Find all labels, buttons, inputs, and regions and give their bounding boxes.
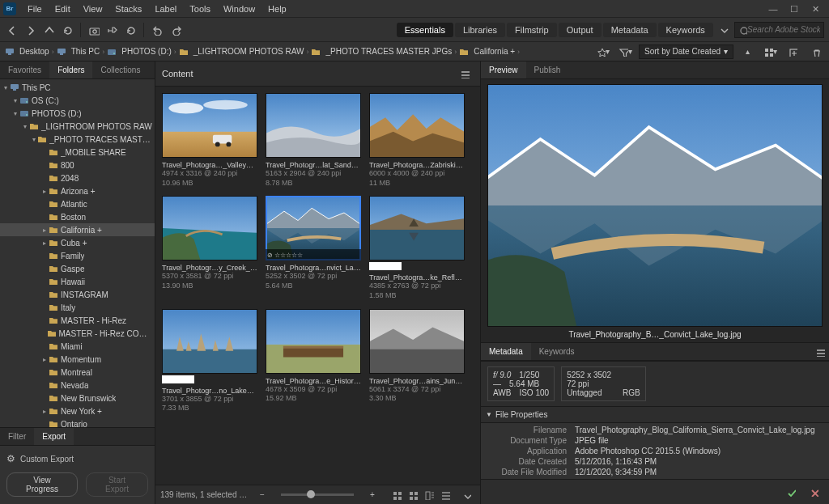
folder-tree-item[interactable]: Gaspe <box>0 262 155 275</box>
menu-tools[interactable]: Tools <box>183 4 217 14</box>
left-tab-collections[interactable]: Collections <box>92 61 148 78</box>
folder-tree-item[interactable]: 2048 <box>0 172 155 184</box>
thumbnail-item[interactable]: Travel_Photogr…no_Lake_Rocks.jpg 3701 x … <box>162 309 257 413</box>
left-tab-favorites[interactable]: Favorites <box>0 61 49 78</box>
folder-tree-item[interactable]: Family <box>0 249 155 262</box>
path-segment[interactable]: PHOTOS (D:) <box>107 47 171 56</box>
folder-tree-item[interactable]: ▾This PC <box>0 81 155 94</box>
workspace-tab-keywords[interactable]: Keywords <box>658 23 713 37</box>
folder-tree-item[interactable]: ▸Arizona + <box>0 184 155 197</box>
thumbnail-item[interactable]: Travel_Photogra…e_Historic_Park.jpg 4678… <box>266 309 361 413</box>
folder-tree-item[interactable]: ▾_PHOTO TRACES MASTER JPGs <box>0 133 155 146</box>
folder-tree-item[interactable]: Ontario <box>0 417 155 427</box>
view-detail-button[interactable] <box>422 489 436 502</box>
get-photos-button[interactable] <box>87 21 101 39</box>
delete-button[interactable] <box>806 43 824 61</box>
path-segment[interactable]: _PHOTO TRACES MASTER JPGs <box>311 47 452 56</box>
nav-forward-button[interactable] <box>23 21 37 39</box>
zoom-out-button[interactable]: − <box>253 486 271 504</box>
thumbnail-item[interactable]: ⊘ ☆☆☆☆☆ Travel_Photogra…nvict_Lake_log.j… <box>266 196 361 300</box>
path-separator[interactable]: › <box>306 48 308 56</box>
workspace-tab-essentials[interactable]: Essentials <box>397 23 453 37</box>
path-segment[interactable]: California + <box>459 47 515 56</box>
preview-image[interactable] <box>487 84 823 327</box>
window-maximize[interactable]: ☐ <box>784 0 805 18</box>
filter-button[interactable]: ▾ <box>616 43 634 61</box>
workspace-more-button[interactable] <box>716 21 731 39</box>
folder-tree-item[interactable]: Montreal <box>0 366 155 379</box>
workspace-tab-filmstrip[interactable]: Filmstrip <box>507 23 557 37</box>
folder-tree-item[interactable]: ▸Momentum <box>0 353 155 366</box>
folder-tree-item[interactable]: Italy <box>0 301 155 314</box>
window-close[interactable]: ✕ <box>805 0 826 18</box>
folder-tree-item[interactable]: 800 <box>0 159 155 172</box>
view-grid-lock-button[interactable] <box>406 489 420 502</box>
path-separator[interactable]: › <box>52 48 54 56</box>
filter-rating-button[interactable]: ▾ <box>593 43 611 61</box>
path-separator[interactable]: › <box>517 48 520 56</box>
path-separator[interactable]: › <box>102 48 104 56</box>
folder-tree-item[interactable]: ▾OS (C:) <box>0 94 155 107</box>
folder-tree[interactable]: ▾This PC▾OS (C:)▾PHOTOS (D:)▾_LIGHTROOM … <box>0 79 155 427</box>
metadata-tab-menu-button[interactable] <box>811 343 829 361</box>
thumbnail-item[interactable]: Travel_Photogr…lat_Sand_Dunes.jpg 5163 x… <box>266 93 361 188</box>
menu-edit[interactable]: Edit <box>49 4 77 14</box>
folder-tree-item[interactable]: ▾PHOTOS (D:) <box>0 107 155 120</box>
menu-help[interactable]: Help <box>261 4 293 14</box>
path-separator[interactable]: › <box>174 48 176 56</box>
folder-tree-item[interactable]: _MOBILE SHARE <box>0 146 155 159</box>
thumbnail-item[interactable]: Travel_Photogra…Zabriskie_Point.jpg 6000… <box>369 93 465 188</box>
rating-bar[interactable]: ⊘ ☆☆☆☆☆ <box>266 249 361 260</box>
thumbnail-item[interactable]: Travel_Photogr…y_Creek_Bridge.jpg 5370 x… <box>162 196 257 300</box>
menu-file[interactable]: File <box>21 4 49 14</box>
workspace-tab-output[interactable]: Output <box>559 23 602 37</box>
filter-export-tab-export[interactable]: Export <box>34 428 74 445</box>
search-stock-field[interactable] <box>734 22 824 38</box>
search-input[interactable] <box>747 25 820 34</box>
left-tab-folders[interactable]: Folders <box>49 61 92 78</box>
folder-tree-item[interactable]: Miami <box>0 340 155 353</box>
thumb-size-slider[interactable] <box>281 493 354 496</box>
folder-tree-item[interactable]: ▸California + <box>0 223 155 236</box>
filter-export-tab-filter[interactable]: Filter <box>0 428 34 445</box>
rotate-cw-button[interactable] <box>168 21 182 39</box>
thumb-options-button[interactable]: ▾ <box>761 43 779 61</box>
preview-tab-publish[interactable]: Publish <box>526 61 569 78</box>
metadata-apply-button[interactable] <box>782 483 800 501</box>
workspace-tab-libraries[interactable]: Libraries <box>455 23 505 37</box>
menu-label[interactable]: Label <box>148 4 183 14</box>
metadata-tab-metadata[interactable]: Metadata <box>481 343 531 360</box>
metadata-tab-keywords[interactable]: Keywords <box>531 343 583 360</box>
thumbnail-item[interactable]: Travel_Photogra…_Valley_Clouds.jpg 4974 … <box>162 93 257 188</box>
start-export-button[interactable]: Start Export <box>86 472 148 497</box>
thumbnail-grid[interactable]: Travel_Photogra…_Valley_Clouds.jpg 4974 … <box>155 87 480 485</box>
menu-window[interactable]: Window <box>217 4 261 14</box>
folder-tree-item[interactable]: Hawaii <box>0 275 155 288</box>
zoom-in-button[interactable]: + <box>363 486 381 504</box>
nav-recent-button[interactable] <box>59 21 74 39</box>
window-minimize[interactable]: — <box>763 0 784 18</box>
preview-tab-preview[interactable]: Preview <box>481 61 526 78</box>
sort-asc-button[interactable]: ▴ <box>738 43 756 61</box>
folder-tree-item[interactable]: MASTER - Hi-Rez <box>0 314 155 327</box>
boomerang-button[interactable] <box>104 21 119 39</box>
folder-tree-item[interactable]: Boston <box>0 210 155 223</box>
folder-tree-item[interactable]: ▸Cuba + <box>0 236 155 249</box>
menu-stacks[interactable]: Stacks <box>108 4 148 14</box>
content-menu-button[interactable] <box>456 65 474 83</box>
folder-tree-item[interactable]: MASTER - Hi-Rez COMPRESSED <box>0 327 155 340</box>
path-segment[interactable]: This PC <box>57 47 100 56</box>
view-grid-button[interactable] <box>389 489 404 502</box>
folder-tree-item[interactable]: INSTAGRAM <box>0 288 155 301</box>
content-options-button[interactable] <box>457 486 475 504</box>
folder-tree-item[interactable]: Nevada <box>0 379 155 392</box>
thumbnail-item[interactable]: Travel_Photogra…ke_Reflections.jpg 4385 … <box>369 196 465 300</box>
thumbnail-item[interactable]: Travel_Photogr…ains_June_Lake.jpg 5061 x… <box>369 309 465 413</box>
metadata-cancel-button[interactable] <box>805 483 823 501</box>
new-folder-button[interactable] <box>784 43 801 61</box>
rotate-ccw-button[interactable] <box>150 21 164 39</box>
nav-up-button[interactable] <box>41 21 56 39</box>
view-progress-button[interactable]: View Progress <box>6 472 78 497</box>
metadata-section-header[interactable]: ▼File Properties <box>481 407 829 423</box>
path-segment[interactable]: Desktop <box>5 47 49 56</box>
